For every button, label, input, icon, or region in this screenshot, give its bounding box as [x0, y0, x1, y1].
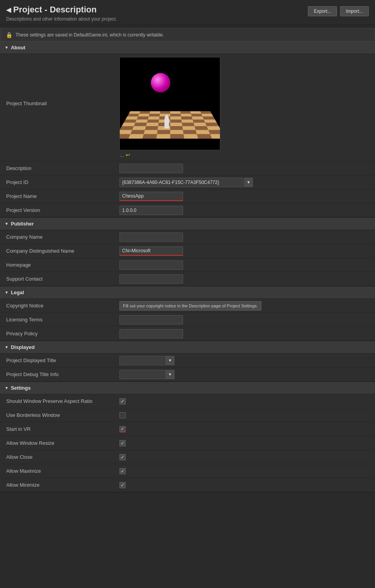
- project-title-select-container: ▼: [119, 356, 175, 365]
- start-vr-value: [116, 425, 375, 434]
- export-button[interactable]: Export...: [308, 6, 337, 16]
- company-dn-row: Company Distinguished Name: [0, 244, 375, 258]
- company-dn-input[interactable]: [119, 246, 183, 256]
- displayed-section-arrow: ▼: [5, 345, 9, 349]
- borderless-value: [116, 411, 375, 420]
- title-arrow-icon: ◀: [6, 6, 11, 14]
- chess-board: [119, 111, 220, 139]
- thumbnail-image: [119, 57, 220, 150]
- debug-title-select-container: ▼: [119, 370, 175, 379]
- project-title-value: ▼: [116, 354, 375, 367]
- debug-title-label: Project Debug Title Info: [0, 368, 116, 380]
- allow-minimize-value: [116, 480, 375, 490]
- debug-title-input[interactable]: [119, 370, 166, 379]
- allow-minimize-checkbox[interactable]: [119, 482, 126, 488]
- licensing-value: [116, 314, 375, 326]
- allow-close-checkbox[interactable]: [119, 454, 126, 460]
- allow-maximize-label: Allow Maximize: [0, 465, 116, 477]
- displayed-section-body: Project Displayed Title ▼ Project Debug …: [0, 354, 375, 382]
- debug-title-dropdown-button[interactable]: ▼: [166, 370, 175, 379]
- project-version-label: Project Version: [0, 204, 116, 216]
- thumbnail-controls: ... ↩: [119, 152, 372, 158]
- allow-close-label: Allow Close: [0, 451, 116, 463]
- project-version-value: [116, 204, 375, 217]
- project-title-input[interactable]: [119, 356, 166, 365]
- preserve-ratio-checkbox[interactable]: [119, 398, 126, 404]
- company-dn-label: Company Distinguished Name: [0, 245, 116, 257]
- import-button[interactable]: Import...: [340, 6, 369, 16]
- allow-maximize-checkbox[interactable]: [119, 468, 126, 474]
- chess-piece: [164, 115, 169, 128]
- support-contact-row: Support Contact: [0, 272, 375, 286]
- licensing-label: Licensing Terms: [0, 314, 116, 326]
- copyright-row: Copyright Notice Fill out your copyright…: [0, 299, 375, 313]
- description-row: Description: [0, 161, 375, 175]
- legal-section-header[interactable]: ▼ Legal: [0, 286, 375, 299]
- project-id-input[interactable]: [119, 178, 244, 187]
- legal-section: ▼ Legal Copyright Notice Fill out your c…: [0, 286, 375, 341]
- licensing-row: Licensing Terms: [0, 313, 375, 327]
- copyright-notice-text: Fill out your copyright notice in the De…: [119, 301, 261, 310]
- displayed-section-header[interactable]: ▼ Displayed: [0, 341, 375, 354]
- company-name-input[interactable]: [119, 232, 183, 242]
- project-title-label: Project Displayed Title: [0, 354, 116, 366]
- preserve-ratio-row: Should Window Preserve Aspect Ratio: [0, 394, 375, 408]
- start-vr-checkbox[interactable]: [119, 426, 126, 432]
- allow-resize-checkbox[interactable]: [119, 440, 126, 446]
- allow-minimize-row: Allow Minimize: [0, 478, 375, 492]
- start-vr-row: Start in VR: [0, 422, 375, 436]
- allow-minimize-label: Allow Minimize: [0, 479, 116, 491]
- company-name-row: Company Name: [0, 230, 375, 244]
- project-id-row: Project ID ▼: [0, 175, 375, 189]
- info-bar-text: These settings are saved in DefaultGame.…: [16, 32, 164, 38]
- allow-resize-label: Allow Window Resize: [0, 437, 116, 449]
- description-input[interactable]: [119, 164, 183, 173]
- privacy-value: [116, 328, 375, 340]
- borderless-label: Use Borderless Window: [0, 409, 116, 421]
- allow-close-value: [116, 453, 375, 462]
- displayed-section: ▼ Displayed Project Displayed Title ▼ Pr…: [0, 341, 375, 382]
- about-section-body: Project Thumbnail ... ↩: [0, 54, 375, 217]
- settings-content: ▼ About Project Thumbnail: [0, 42, 375, 493]
- lock-icon: 🔒: [6, 32, 12, 38]
- description-label: Description: [0, 162, 116, 174]
- project-id-dropdown-button[interactable]: ▼: [244, 178, 253, 187]
- publisher-section-header[interactable]: ▼ Publisher: [0, 218, 375, 230]
- homepage-input[interactable]: [119, 260, 183, 270]
- about-section-header[interactable]: ▼ About: [0, 42, 375, 54]
- project-version-input[interactable]: [119, 206, 183, 215]
- publisher-section-label: Publisher: [11, 221, 34, 227]
- thumbnail-dots-button[interactable]: ...: [119, 152, 124, 158]
- project-name-value: [116, 190, 375, 203]
- debug-title-value: ▼: [116, 368, 375, 381]
- project-name-row: Project Name: [0, 189, 375, 203]
- thumbnail-label: Project Thumbnail: [0, 54, 116, 109]
- privacy-input[interactable]: [119, 329, 183, 338]
- thumbnail-area: ... ↩: [116, 54, 375, 161]
- project-title-dropdown-button[interactable]: ▼: [166, 356, 175, 365]
- allow-close-row: Allow Close: [0, 450, 375, 464]
- company-name-label: Company Name: [0, 231, 116, 243]
- settings-section-body: Should Window Preserve Aspect Ratio Use …: [0, 394, 375, 492]
- homepage-label: Homepage: [0, 259, 116, 271]
- preserve-ratio-label: Should Window Preserve Aspect Ratio: [0, 395, 116, 407]
- privacy-row: Privacy Policy: [0, 327, 375, 341]
- company-name-value: [116, 231, 375, 243]
- publisher-section-body: Company Name Company Distinguished Name …: [0, 230, 375, 286]
- licensing-input[interactable]: [119, 315, 183, 324]
- settings-section-header[interactable]: ▼ Settings: [0, 382, 375, 394]
- project-version-row: Project Version: [0, 203, 375, 217]
- description-value: [116, 162, 375, 175]
- borderless-checkbox[interactable]: [119, 412, 126, 418]
- allow-maximize-row: Allow Maximize: [0, 464, 375, 478]
- page-subtitle: Descriptions and other information about…: [6, 16, 369, 22]
- legal-section-label: Legal: [11, 290, 24, 295]
- start-vr-label: Start in VR: [0, 423, 116, 435]
- support-contact-input[interactable]: [119, 274, 183, 284]
- project-name-input[interactable]: [119, 192, 183, 201]
- thumbnail-refresh-button[interactable]: ↩: [126, 152, 130, 158]
- allow-resize-value: [116, 439, 375, 448]
- privacy-label: Privacy Policy: [0, 328, 116, 340]
- legal-section-arrow: ▼: [5, 290, 9, 295]
- allow-maximize-value: [116, 467, 375, 476]
